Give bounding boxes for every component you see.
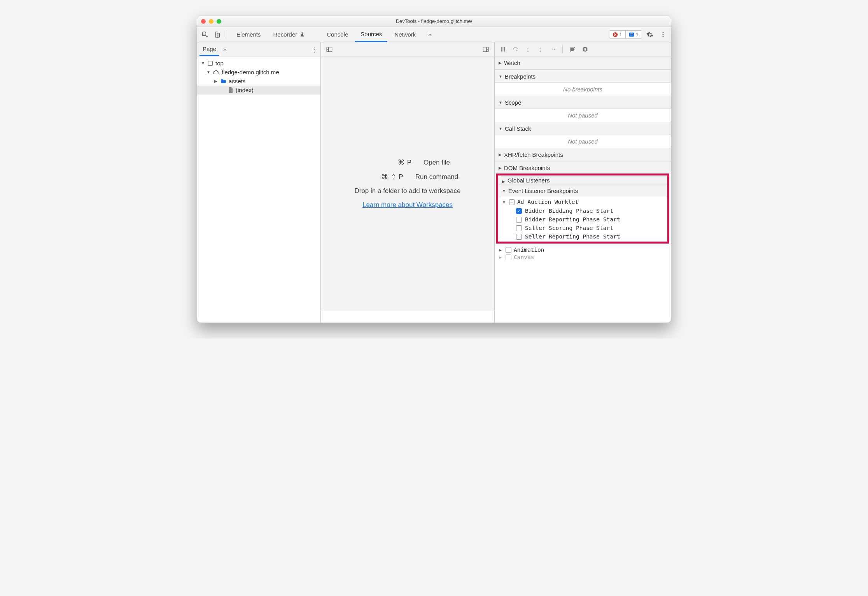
workspaces-link[interactable]: Learn more about Workspaces bbox=[362, 201, 453, 209]
tab-recorder[interactable]: Recorder bbox=[268, 27, 311, 42]
navigator-more[interactable]: » bbox=[223, 46, 226, 52]
seller-scoring-label: Seller Scoring Phase Start bbox=[525, 225, 613, 231]
bidder-reporting-checkbox[interactable] bbox=[516, 217, 522, 223]
device-toolbar-icon[interactable] bbox=[212, 29, 223, 40]
triangle-down-icon: ▼ bbox=[206, 70, 210, 74]
issue-icon bbox=[629, 32, 634, 37]
category-animation[interactable]: ▶ Animation bbox=[495, 245, 671, 254]
window-title: DevTools - fledge-demo.glitch.me/ bbox=[396, 18, 472, 24]
separator bbox=[562, 45, 563, 54]
errors-count: 1 bbox=[620, 32, 622, 37]
xhr-label: XHR/fetch Breakpoints bbox=[504, 151, 563, 158]
ad-auction-checkbox[interactable] bbox=[509, 199, 515, 205]
section-watch[interactable]: ▶Watch bbox=[495, 56, 671, 70]
toggle-debugger-icon[interactable] bbox=[480, 44, 491, 55]
svg-rect-4 bbox=[629, 32, 634, 37]
drop-folder-text: Drop in a folder to add to workspace bbox=[354, 187, 460, 195]
category-canvas[interactable]: ▶ Canvas bbox=[495, 254, 671, 260]
tree-top-label: top bbox=[215, 60, 224, 67]
tree-top[interactable]: ▼ top bbox=[197, 59, 320, 68]
section-event-listener-breakpoints[interactable]: ▼Event Listener Breakpoints bbox=[498, 184, 667, 197]
run-command-label: Run command bbox=[415, 173, 458, 181]
status-badges[interactable]: 1 1 bbox=[609, 30, 642, 39]
canvas-checkbox[interactable] bbox=[506, 254, 511, 260]
svg-point-17 bbox=[539, 51, 541, 52]
run-command-shortcut: ⌘ ⇧ P Run command bbox=[357, 173, 458, 181]
cloud-icon bbox=[213, 70, 219, 75]
separator bbox=[227, 30, 227, 39]
file-icon bbox=[228, 87, 233, 93]
tab-console-label: Console bbox=[327, 31, 348, 38]
kebab-menu[interactable] bbox=[658, 29, 668, 40]
toggle-navigator-icon[interactable] bbox=[324, 44, 335, 55]
maximize-window[interactable] bbox=[217, 19, 221, 24]
tab-console[interactable]: Console bbox=[321, 27, 354, 42]
section-breakpoints[interactable]: ▼Breakpoints bbox=[495, 70, 671, 83]
svg-point-7 bbox=[663, 36, 664, 37]
animation-checkbox[interactable] bbox=[506, 247, 511, 253]
section-xhr[interactable]: ▶XHR/fetch Breakpoints bbox=[495, 148, 671, 161]
page-tab[interactable]: Page bbox=[200, 42, 219, 56]
section-global-listeners[interactable]: ▶Global Listeners bbox=[498, 175, 667, 184]
tree-domain[interactable]: ▼ fledge-demo.glitch.me bbox=[197, 68, 320, 77]
triangle-right-icon: ▶ bbox=[499, 248, 503, 252]
pause-exceptions-icon[interactable] bbox=[580, 44, 590, 54]
deactivate-breakpoints-icon[interactable] bbox=[567, 44, 578, 54]
section-dom[interactable]: ▶DOM Breakpoints bbox=[495, 161, 671, 174]
settings-icon[interactable] bbox=[644, 29, 655, 40]
canvas-label: Canvas bbox=[514, 254, 534, 260]
callstack-not-paused: Not paused bbox=[495, 138, 671, 145]
scope-label: Scope bbox=[505, 99, 522, 106]
editor-empty-state: ⌘ P Open file ⌘ ⇧ P Run command Drop in … bbox=[321, 56, 494, 311]
breakpoints-body: No breakpoints bbox=[495, 83, 671, 96]
tree-assets-label: assets bbox=[229, 78, 245, 84]
flask-icon bbox=[299, 32, 305, 37]
minimize-window[interactable] bbox=[209, 19, 214, 24]
navigator-options[interactable]: ⋮ bbox=[310, 47, 318, 51]
open-file-shortcut: ⌘ P Open file bbox=[365, 158, 450, 167]
section-callstack[interactable]: ▼Call Stack bbox=[495, 122, 671, 135]
step-icon[interactable] bbox=[548, 44, 558, 54]
ad-auction-label: Ad Auction Worklet bbox=[517, 199, 578, 205]
svg-rect-1 bbox=[215, 32, 218, 37]
step-over-icon[interactable] bbox=[510, 44, 520, 54]
debugger-pane: ▶Watch ▼Breakpoints No breakpoints ▼Scop… bbox=[495, 42, 671, 323]
no-breakpoints-msg: No breakpoints bbox=[495, 86, 671, 93]
svg-point-15 bbox=[516, 50, 517, 51]
tab-network[interactable]: Network bbox=[389, 27, 421, 42]
pause-resume-icon[interactable] bbox=[498, 44, 508, 54]
editor-footer bbox=[321, 311, 494, 323]
step-into-icon[interactable] bbox=[523, 44, 533, 54]
event-bidder-reporting[interactable]: Bidder Reporting Phase Start bbox=[498, 215, 667, 224]
tab-sources[interactable]: Sources bbox=[355, 27, 387, 42]
event-bidder-bidding[interactable]: Bidder Bidding Phase Start bbox=[498, 207, 667, 215]
tab-elements[interactable]: Elements bbox=[231, 27, 266, 42]
more-tabs[interactable]: » bbox=[423, 27, 436, 42]
navigator-pane: Page » ⋮ ▼ top ▼ fledge-demo.glitch.me ▶ bbox=[197, 42, 321, 323]
seller-scoring-checkbox[interactable] bbox=[516, 225, 522, 231]
event-seller-scoring[interactable]: Seller Scoring Phase Start bbox=[498, 224, 667, 232]
tree-assets[interactable]: ▶ assets bbox=[197, 77, 320, 86]
step-out-icon[interactable] bbox=[535, 44, 545, 54]
section-scope[interactable]: ▼Scope bbox=[495, 96, 671, 109]
errors-badge[interactable]: 1 bbox=[609, 31, 625, 38]
tab-recorder-label: Recorder bbox=[273, 31, 298, 38]
triangle-down-icon: ▼ bbox=[499, 126, 502, 131]
svg-rect-14 bbox=[504, 47, 505, 52]
issues-badge[interactable]: 1 bbox=[625, 31, 642, 38]
tree-domain-label: fledge-demo.glitch.me bbox=[222, 69, 279, 75]
category-ad-auction[interactable]: ▼ Ad Auction Worklet bbox=[498, 197, 667, 207]
folder-icon bbox=[220, 79, 226, 84]
bidder-bidding-checkbox[interactable] bbox=[516, 208, 522, 214]
error-icon bbox=[612, 32, 618, 37]
debugger-toolbar bbox=[495, 42, 671, 56]
tree-index[interactable]: (index) bbox=[197, 86, 320, 95]
debugger-accordion: ▶Watch ▼Breakpoints No breakpoints ▼Scop… bbox=[495, 56, 671, 323]
seller-reporting-checkbox[interactable] bbox=[516, 234, 522, 240]
scope-body: Not paused bbox=[495, 109, 671, 122]
event-seller-reporting[interactable]: Seller Reporting Phase Start bbox=[498, 232, 667, 241]
callstack-label: Call Stack bbox=[505, 125, 531, 132]
inspect-element-icon[interactable] bbox=[200, 29, 210, 40]
triangle-down-icon: ▼ bbox=[499, 100, 502, 105]
close-window[interactable] bbox=[201, 19, 206, 24]
